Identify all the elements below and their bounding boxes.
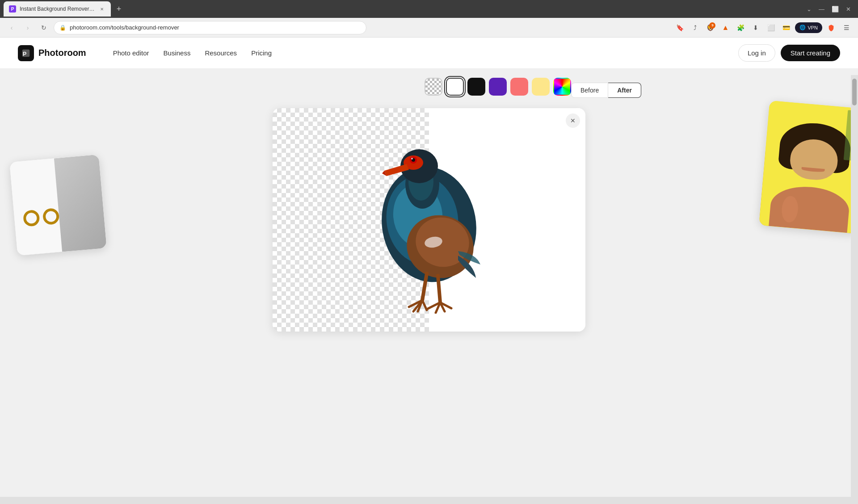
- floating-card-right: [759, 101, 858, 234]
- layout-button[interactable]: ⬜: [765, 21, 777, 34]
- scrollbar-thumb[interactable]: [852, 79, 857, 105]
- tab-bar: P Instant Background Remover - F ✕ + ⌄ —…: [0, 0, 858, 18]
- swatch-yellow[interactable]: [532, 78, 550, 96]
- browser-actions: 🔖 ⤴ 🦁 9 ▲ 🧩 ⬇ ⬜ 💳 🌐 VPN ☰: [673, 21, 853, 34]
- logo-icon: P: [18, 45, 34, 61]
- tab-favicon: P: [9, 5, 16, 13]
- vpn-label: VPN: [808, 25, 818, 30]
- wallet-button[interactable]: 💳: [780, 21, 792, 34]
- address-bar[interactable]: 🔒 photoroom.com/tools/background-remover: [54, 21, 366, 34]
- bookmark-button[interactable]: 🔖: [673, 21, 686, 34]
- scrollbar-track[interactable]: [851, 75, 858, 504]
- brave-logo-button[interactable]: [825, 21, 837, 34]
- image-editor: ✕: [273, 108, 585, 332]
- brave-shield-button[interactable]: 🦁 9: [704, 21, 716, 34]
- page-content: P Photoroom Photo editor Business Resour…: [0, 38, 858, 504]
- svg-point-13: [411, 158, 413, 160]
- browser-tab-active[interactable]: P Instant Background Remover - F ✕: [4, 1, 111, 17]
- menu-button[interactable]: ☰: [840, 21, 853, 34]
- nav-forward-button[interactable]: ›: [21, 21, 34, 34]
- window-minimize[interactable]: —: [819, 6, 824, 13]
- floating-card-left: [9, 155, 107, 256]
- browser-chrome: P Instant Background Remover - F ✕ + ⌄ —…: [0, 0, 858, 38]
- site-header: P Photoroom Photo editor Business Resour…: [0, 38, 858, 69]
- url-text: photoroom.com/tools/background-remover: [70, 24, 361, 31]
- start-creating-button[interactable]: Start creating: [781, 45, 840, 61]
- window-controls: ⌄ — ⬜ ✕: [807, 6, 854, 13]
- close-icon: ✕: [570, 117, 576, 124]
- main-area: Before After: [0, 69, 858, 504]
- before-after-toggle: Before After: [571, 83, 641, 98]
- swatch-purple[interactable]: [489, 78, 507, 96]
- lock-icon: 🔒: [59, 25, 66, 31]
- shield-badge: 9: [709, 22, 715, 29]
- vpn-button[interactable]: 🌐 VPN: [795, 22, 822, 33]
- color-toggle-row: Before After: [273, 78, 585, 103]
- nav-business[interactable]: Business: [164, 49, 191, 57]
- swatch-black[interactable]: [467, 78, 485, 96]
- swatch-transparent[interactable]: [425, 78, 442, 96]
- share-button[interactable]: ⤴: [689, 21, 701, 34]
- tab-close-button[interactable]: ✕: [98, 5, 105, 13]
- address-bar-row: ‹ › ↻ 🔒 photoroom.com/tools/background-r…: [0, 18, 858, 38]
- main-nav: Photo editor Business Resources Pricing: [113, 49, 272, 57]
- svg-text:P: P: [23, 50, 27, 57]
- window-maximize[interactable]: ⬜: [832, 6, 839, 13]
- editor-wrapper: Before After: [273, 78, 585, 332]
- after-button[interactable]: After: [608, 83, 641, 98]
- before-button[interactable]: Before: [571, 83, 608, 98]
- subject-image: [335, 122, 523, 318]
- vpn-icon: 🌐: [799, 25, 806, 30]
- tab-title: Instant Background Remover - F: [20, 6, 95, 12]
- svg-line-16: [438, 276, 440, 302]
- woman-image: [759, 101, 858, 234]
- header-actions: Log in Start creating: [738, 44, 840, 62]
- logo-text: Photoroom: [38, 48, 86, 58]
- jewelry-image: [9, 155, 107, 256]
- swatch-gradient[interactable]: [553, 78, 571, 96]
- nav-back-button[interactable]: ‹: [5, 21, 18, 34]
- nav-photo-editor[interactable]: Photo editor: [113, 49, 149, 57]
- download-button[interactable]: ⬇: [749, 21, 762, 34]
- window-collapse[interactable]: ⌄: [807, 6, 812, 13]
- nav-pricing[interactable]: Pricing: [251, 49, 272, 57]
- nav-refresh-button[interactable]: ↻: [38, 21, 50, 34]
- new-tab-button[interactable]: +: [113, 3, 125, 15]
- color-swatches: [425, 78, 571, 96]
- nav-resources[interactable]: Resources: [205, 49, 237, 57]
- swatch-white[interactable]: [446, 78, 464, 96]
- swatch-pink[interactable]: [510, 78, 528, 96]
- adblocker-button[interactable]: ▲: [719, 21, 732, 34]
- extensions-button[interactable]: 🧩: [734, 21, 747, 34]
- close-image-button[interactable]: ✕: [566, 113, 580, 128]
- bird-svg: [344, 126, 514, 314]
- bottom-scrollbar[interactable]: [0, 497, 851, 504]
- login-button[interactable]: Log in: [738, 44, 775, 62]
- window-close[interactable]: ✕: [846, 6, 851, 13]
- logo-area[interactable]: P Photoroom: [18, 45, 86, 61]
